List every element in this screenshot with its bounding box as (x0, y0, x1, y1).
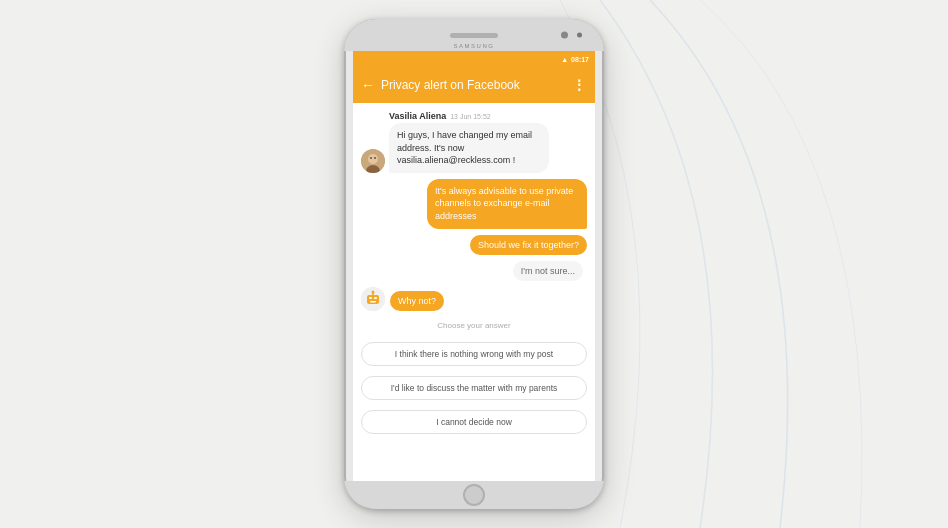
svg-rect-7 (369, 297, 372, 299)
svg-point-4 (374, 157, 376, 159)
more-options-button[interactable]: ⋮ (572, 77, 587, 93)
message-incoming-1: Vasilia Aliena 13 Jun 15:52 Hi guys, I h… (361, 111, 587, 173)
bot-message: Why not? (361, 287, 587, 311)
phone-speaker (450, 33, 498, 38)
message-outgoing-2: Should we fix it together? (361, 235, 587, 255)
sender-avatar (361, 149, 385, 173)
choose-answer-label: Choose your answer (361, 321, 587, 330)
bubble-outgoing-2: Should we fix it together? (470, 235, 587, 255)
phone-bottom-bezel (344, 481, 604, 509)
phone-screen: ▲ 08:17 ← Privacy alert on Facebook ⋮ (353, 51, 595, 481)
message-outgoing-1: It's always advisable to use private cha… (361, 179, 587, 229)
phone-top-bezel: SAMSUNG (344, 19, 604, 51)
sender-name: Vasilia Aliena (389, 111, 446, 121)
back-button[interactable]: ← (361, 77, 375, 93)
svg-point-3 (370, 157, 372, 159)
brand-label: SAMSUNG (454, 43, 495, 49)
phone-front-camera (577, 33, 582, 38)
answer-option-1[interactable]: I think there is nothing wrong with my p… (361, 342, 587, 366)
status-bar: ▲ 08:17 (353, 51, 595, 67)
bubble-bot: Why not? (390, 291, 444, 311)
message-incoming-2: I'm not sure... (361, 261, 587, 281)
svg-point-1 (368, 154, 378, 164)
answer-option-3[interactable]: I cannot decide now (361, 410, 587, 434)
svg-point-11 (372, 290, 375, 293)
svg-rect-8 (374, 297, 377, 299)
app-bar: ← Privacy alert on Facebook ⋮ (353, 67, 595, 103)
svg-rect-6 (367, 295, 379, 304)
bubble-reply: I'm not sure... (513, 261, 583, 281)
home-button[interactable] (463, 484, 485, 506)
app-bar-title: Privacy alert on Facebook (381, 78, 566, 92)
message-timestamp: 13 Jun 15:52 (450, 113, 490, 120)
signal-icon: ▲ (561, 56, 568, 63)
chat-area: Vasilia Aliena 13 Jun 15:52 Hi guys, I h… (353, 103, 595, 481)
phone-camera (561, 32, 568, 39)
svg-rect-9 (370, 301, 376, 303)
bot-avatar (361, 287, 385, 311)
bubble-outgoing-1: It's always advisable to use private cha… (427, 179, 587, 229)
status-icons: ▲ 08:17 (561, 56, 589, 63)
bubble-incoming-1: Hi guys, I have changed my email address… (389, 123, 549, 173)
time-display: 08:17 (571, 56, 589, 63)
answer-option-2[interactable]: I'd like to discuss the matter with my p… (361, 376, 587, 400)
phone-device: SAMSUNG ▲ 08:17 ← Privacy alert on Faceb… (344, 19, 604, 509)
